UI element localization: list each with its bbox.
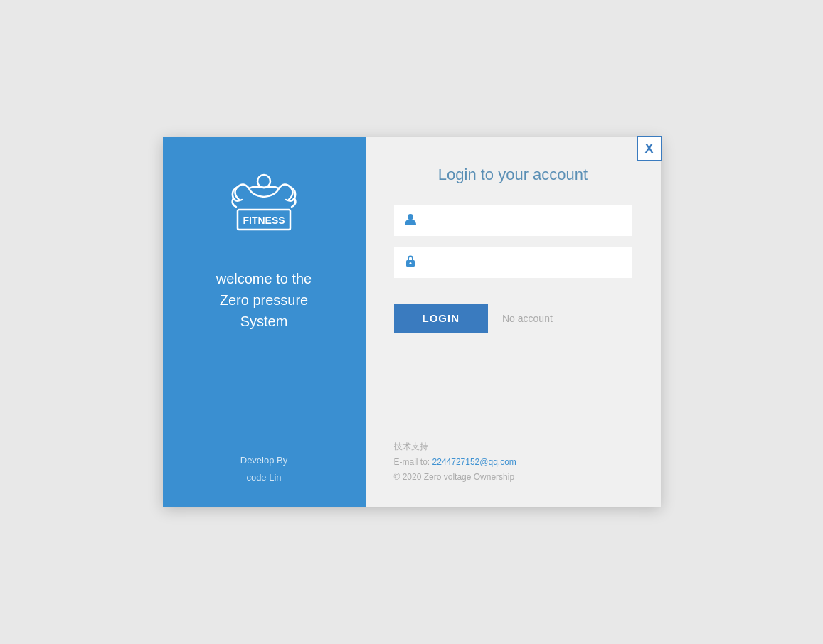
svg-point-0 [257, 175, 270, 188]
email-row: E-mail to: 2244727152@qq.com [394, 455, 632, 471]
close-button[interactable]: X [637, 136, 662, 161]
svg-point-3 [408, 214, 413, 220]
svg-text:FITNESS: FITNESS [243, 215, 285, 226]
email-link[interactable]: 2244727152@qq.com [432, 457, 516, 467]
email-label: E-mail to: [394, 457, 430, 467]
footer-info: 技术支持 E-mail to: 2244727152@qq.com © 2020… [394, 418, 632, 485]
login-dialog: X [163, 137, 661, 507]
login-button[interactable]: LOGIN [394, 304, 489, 333]
username-input[interactable] [424, 215, 622, 227]
left-panel: FITNESS welcome to the Zero pressure Sys… [163, 137, 366, 507]
lock-icon [404, 254, 417, 271]
fitness-logo: FITNESS [218, 166, 310, 247]
password-input-group [394, 247, 632, 278]
welcome-text: welcome to the Zero pressure System [216, 268, 312, 452]
action-row: LOGIN No account [394, 304, 632, 333]
right-panel: Login to your account L [366, 137, 661, 507]
copyright: © 2020 Zero voltage Ownership [394, 470, 632, 485]
password-input[interactable] [424, 257, 622, 269]
dev-label: Develop By [240, 452, 287, 468]
login-title: Login to your account [394, 166, 632, 184]
tech-support: 技术支持 [394, 439, 632, 455]
no-account-text[interactable]: No account [502, 313, 553, 324]
dev-name: code Lin [240, 469, 287, 485]
username-input-group [394, 205, 632, 236]
dev-info: Develop By code Lin [240, 452, 287, 485]
svg-point-5 [409, 262, 411, 264]
user-icon [404, 213, 417, 229]
